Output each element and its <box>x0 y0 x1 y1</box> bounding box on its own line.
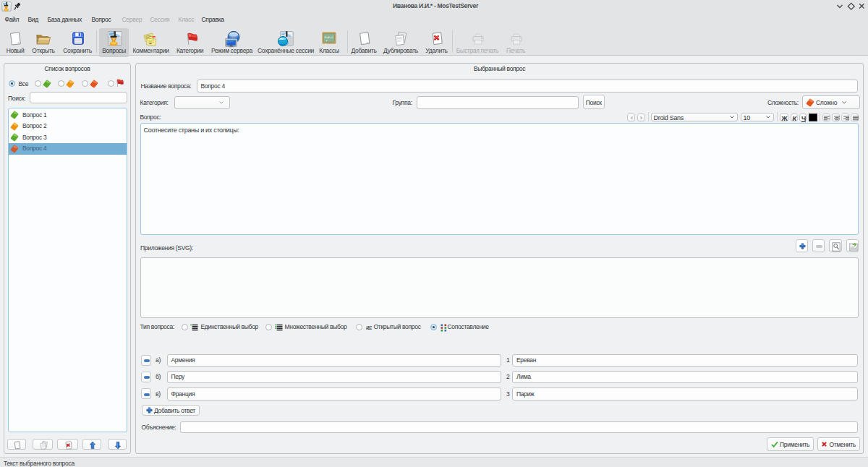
svg-text:Е=Е+б: Е=Е+б <box>325 35 334 39</box>
